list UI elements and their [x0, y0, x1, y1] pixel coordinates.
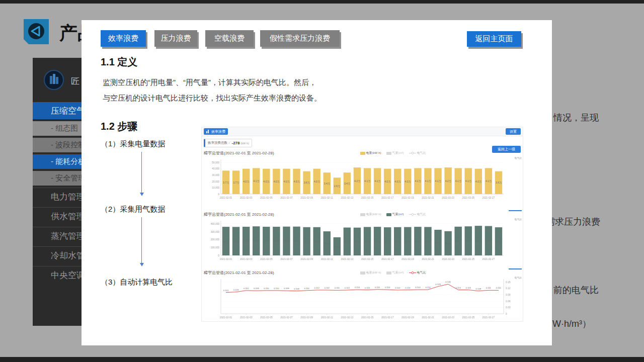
svg-text:2021-02-07: 2021-02-07 [280, 258, 293, 260]
svg-text:4.2万: 4.2万 [445, 179, 452, 183]
slide-panel: 效率浪费 压力浪费 空载浪费 假性需求压力浪费 返回主页面 1.1 定义 监测空… [82, 20, 552, 345]
summary-value: -278 [232, 141, 240, 145]
chart-legend: 电量(kW·h)气量(m³)电气比 [282, 270, 504, 275]
gas-bar-chart: 0100,000200,000300,000400,00036.1万36.0万3… [202, 218, 524, 264]
svg-text:4.0万: 4.0万 [475, 180, 482, 183]
tab-pressure-waste[interactable]: 压力浪费 [154, 30, 197, 47]
svg-text:0.03: 0.03 [506, 306, 511, 309]
svg-text:100,000: 100,000 [211, 246, 220, 249]
steps-heading: 1.2 步骤 [101, 120, 137, 133]
background-text-fragment: 情况，呈现 [553, 112, 599, 124]
svg-text:2021-02-25: 2021-02-25 [462, 197, 474, 199]
step-2-collect-gas: （2）采集用气数据 [101, 205, 165, 214]
svg-text:37.1万: 37.1万 [486, 240, 492, 242]
chart-legend: 电量(kW·h)气量(m³)电气比 [282, 151, 504, 155]
svg-text:30.6万: 30.6万 [445, 242, 451, 245]
app-screenshot: 效率浪费 设置 效率浪费总数： -278 (kW·h) 返回上一级 樟宇总管道(… [201, 127, 523, 322]
svg-text:35.1万: 35.1万 [354, 240, 360, 243]
svg-text:4.0万: 4.0万 [314, 180, 320, 183]
svg-text:0.113: 0.113 [466, 287, 471, 289]
svg-text:2021-02-17: 2021-02-17 [381, 197, 394, 199]
svg-text:3.4万: 3.4万 [344, 182, 351, 185]
svg-text:35.7万: 35.7万 [314, 240, 320, 243]
svg-text:2021-02-17: 2021-02-17 [381, 258, 394, 260]
svg-text:4.1万: 4.1万 [465, 179, 472, 183]
svg-text:2021-02-01: 2021-02-01 [220, 197, 232, 199]
svg-text:0.113: 0.113 [405, 287, 411, 289]
svg-text:0.113: 0.113 [456, 287, 461, 289]
app-header [202, 127, 523, 136]
svg-text:4.0万: 4.0万 [243, 180, 250, 183]
svg-text:0.113: 0.113 [365, 287, 370, 289]
svg-text:36.2万: 36.2万 [243, 240, 249, 242]
svg-text:0.112: 0.112 [325, 287, 330, 289]
svg-text:2021-02-05: 2021-02-05 [260, 258, 273, 260]
svg-text:0.114: 0.114 [385, 286, 390, 289]
svg-text:2021-02-21: 2021-02-21 [422, 316, 434, 319]
svg-text:50,000: 50,000 [212, 161, 219, 164]
svg-text:3.4万: 3.4万 [324, 182, 331, 185]
svg-text:2021-02-01: 2021-02-01 [220, 316, 232, 319]
svg-text:36.1万: 36.1万 [374, 240, 380, 243]
tab-idle-waste[interactable]: 空载浪费 [205, 30, 254, 47]
svg-text:36.4万: 36.4万 [294, 240, 300, 242]
chart-title: 樟宇总管道(2021-02-01 至 2021-02-28) [204, 270, 274, 276]
svg-text:3.7万: 3.7万 [223, 181, 229, 184]
gas-chart-block: 樟宇总管道(2021-02-01 至 2021-02-28) 电量(kW·h)气… [202, 212, 524, 264]
bar-chart-icon [206, 130, 210, 133]
svg-text:2021-02-03: 2021-02-03 [240, 197, 253, 199]
back-icon[interactable] [24, 19, 49, 44]
svg-text:4.1万: 4.1万 [415, 179, 421, 183]
svg-text:2021-02-27: 2021-02-27 [482, 197, 495, 199]
down-arrow-icon [141, 217, 142, 263]
svg-text:0.111: 0.111 [496, 287, 502, 289]
svg-text:2.6万: 2.6万 [334, 185, 341, 188]
svg-text:40,000: 40,000 [212, 167, 219, 170]
svg-text:2021-02-23: 2021-02-23 [442, 258, 454, 260]
step-1-collect-electricity: （1）采集电量数据 [101, 139, 165, 149]
svg-text:2021-02-11: 2021-02-11 [321, 316, 334, 319]
svg-text:35.5万: 35.5万 [384, 240, 390, 243]
background-text-fragment: 需求压力浪费 [546, 216, 600, 228]
svg-text:0.109: 0.109 [254, 287, 259, 290]
svg-text:2021-02-01: 2021-02-01 [220, 258, 232, 260]
svg-text:35.9万: 35.9万 [364, 240, 370, 243]
svg-text:2021-02-13: 2021-02-13 [341, 197, 354, 199]
app-logo-label: 匠 [71, 75, 79, 87]
svg-text:2021-02-19: 2021-02-19 [401, 316, 414, 319]
svg-text:0.115: 0.115 [375, 286, 380, 289]
svg-text:36.2万: 36.2万 [263, 240, 269, 242]
svg-text:0.108: 0.108 [294, 288, 299, 290]
svg-text:36.3万: 36.3万 [455, 240, 461, 242]
svg-text:0: 0 [218, 254, 219, 257]
svg-text:2021-02-15: 2021-02-15 [361, 258, 374, 260]
step-3-auto-calc-ratio: （3）自动计算电气比 [101, 278, 173, 287]
svg-text:2021-02-09: 2021-02-09 [300, 258, 313, 260]
svg-text:0: 0 [506, 313, 507, 315]
svg-text:36.1万: 36.1万 [415, 240, 421, 243]
svg-text:4.0万: 4.0万 [405, 180, 411, 183]
background-text-fragment: W·h/m³） [552, 318, 591, 330]
svg-text:4.1万: 4.1万 [435, 179, 442, 183]
svg-text:电气比: 电气比 [515, 218, 522, 221]
bottom-edge-bar [0, 357, 644, 362]
svg-text:30.4万: 30.4万 [324, 242, 330, 245]
svg-text:4.1万: 4.1万 [455, 179, 462, 183]
return-main-page-button[interactable]: 返回主页面 [467, 31, 521, 47]
svg-text:0.110: 0.110 [264, 287, 269, 290]
chart-title: 樟宇总管道(2021-02-01 至 2021-02-28) [204, 150, 274, 156]
summary-unit: (kW·h) [241, 142, 250, 145]
svg-text:0.110: 0.110 [304, 287, 310, 290]
electricity-bar-chart: 010,00020,00030,00040,00050,0003.7万3.7万4… [202, 156, 524, 203]
svg-text:2021-02-25: 2021-02-25 [462, 258, 474, 260]
svg-text:2021-02-13: 2021-02-13 [341, 258, 354, 260]
svg-text:2021-02-09: 2021-02-09 [300, 316, 313, 319]
svg-text:32.4万: 32.4万 [435, 241, 441, 244]
definition-text: 监测空压机的“用电量”、“用气量”，计算其实际的电气比。然后， 与空压机的设计电… [103, 74, 321, 106]
svg-text:2021-02-07: 2021-02-07 [280, 316, 293, 319]
svg-text:36.7万: 36.7万 [253, 240, 259, 242]
efficiency-waste-total: 效率浪费总数： -278 (kW·h) [204, 139, 252, 147]
tab-efficiency-waste[interactable]: 效率浪费 [101, 30, 146, 47]
tab-false-demand-pressure-waste[interactable]: 假性需求压力浪费 [260, 30, 340, 47]
svg-text:300,000: 300,000 [211, 231, 220, 233]
